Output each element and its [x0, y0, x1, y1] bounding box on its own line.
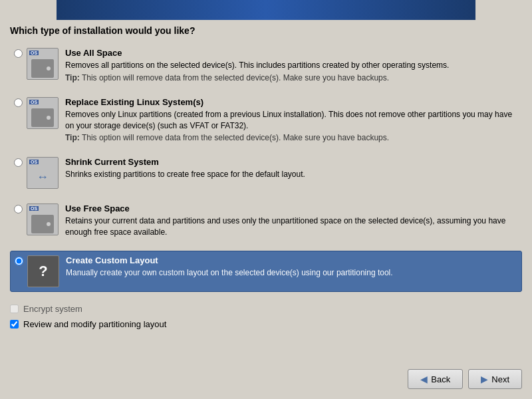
option-desc-use-all-space: Removes all partitions on the selected d…: [65, 60, 518, 71]
option-desc-shrink-current: Shrinks existing partitions to create fr…: [65, 169, 518, 180]
radio-create-custom[interactable]: [15, 257, 23, 265]
checkbox-review-partitioning[interactable]: [10, 320, 19, 329]
option-use-all-space[interactable]: OSUse All SpaceRemoves all partitions on…: [10, 44, 522, 86]
os-label-icon: OS: [29, 160, 39, 164]
next-button[interactable]: Next: [468, 369, 522, 389]
os-label-icon: OS: [29, 206, 39, 211]
hdd-icon: [31, 108, 54, 127]
hdd-icon: [31, 59, 54, 78]
top-progress-bar: [57, 0, 475, 20]
option-shrink-current[interactable]: OS↔Shrink Current SystemShrinks existing…: [10, 153, 522, 193]
option-replace-existing[interactable]: OSReplace Existing Linux System(s)Remove…: [10, 93, 522, 147]
checkbox-row-encrypt-system[interactable]: Encrypt system: [10, 304, 522, 314]
radio-replace-existing[interactable]: [14, 98, 23, 107]
checkbox-encrypt-system: [10, 305, 19, 313]
radio-use-free-space[interactable]: [14, 205, 23, 213]
bottom-buttons: Back Next: [408, 369, 522, 389]
hdd-icon: [31, 215, 54, 233]
option-create-custom[interactable]: ?Create Custom LayoutManually create you…: [10, 251, 522, 292]
option-tip-use-all-space: Tip: This option will remove data from t…: [65, 73, 518, 82]
back-label: Back: [431, 374, 450, 384]
radio-shrink-current[interactable]: [14, 158, 23, 167]
checkbox-row-review-partitioning[interactable]: Review and modify partitioning layout: [10, 319, 522, 329]
option-title-use-free-space: Use Free Space: [65, 203, 518, 213]
checkbox-label-encrypt-system: Encrypt system: [23, 304, 82, 314]
option-use-free-space[interactable]: OSUse Free SpaceRetains your current dat…: [10, 200, 522, 244]
option-title-shrink-current: Shrink Current System: [65, 157, 518, 167]
radio-use-all-space[interactable]: [14, 49, 23, 58]
option-tip-replace-existing: Tip: This option will remove data from t…: [65, 133, 518, 142]
option-desc-use-free-space: Retains your current data and partitions…: [65, 215, 518, 238]
installation-options: OSUse All SpaceRemoves all partitions on…: [10, 44, 522, 292]
option-title-replace-existing: Replace Existing Linux System(s): [65, 97, 518, 107]
next-label: Next: [491, 374, 509, 384]
option-desc-create-custom: Manually create your own custom layout o…: [66, 267, 517, 279]
os-label-icon: OS: [29, 100, 39, 104]
os-label-icon: OS: [29, 51, 39, 55]
back-arrow-icon: [420, 374, 428, 384]
option-title-use-all-space: Use All Space: [65, 48, 518, 58]
option-title-create-custom: Create Custom Layout: [66, 255, 517, 265]
option-desc-replace-existing: Removes only Linux partitions (created f…: [65, 109, 518, 132]
checkboxes-section: Encrypt systemReview and modify partitio…: [10, 304, 522, 329]
back-button[interactable]: Back: [408, 369, 463, 389]
shrink-arrows-icon: ↔: [37, 170, 49, 184]
next-arrow-icon: [481, 374, 488, 384]
page-title: Which type of installation would you lik…: [10, 25, 522, 36]
question-icon: ?: [39, 263, 47, 280]
checkbox-label-review-partitioning: Review and modify partitioning layout: [23, 319, 166, 329]
